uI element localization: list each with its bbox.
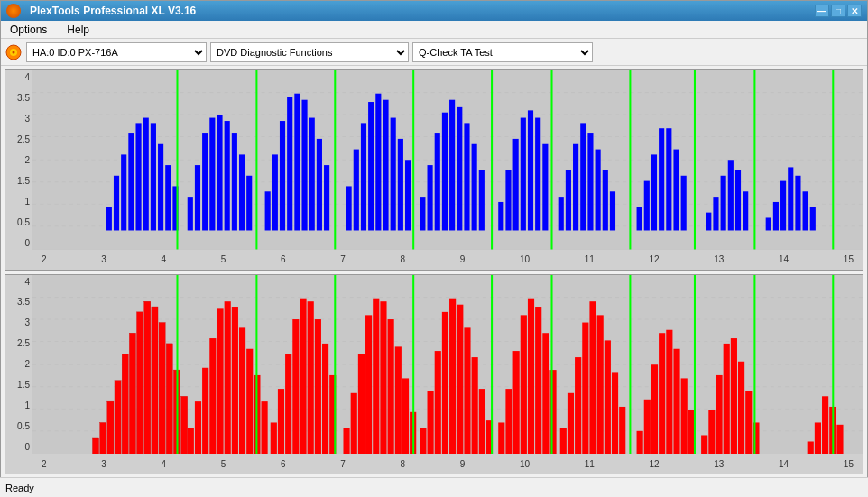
svg-rect-169 [505, 389, 512, 454]
svg-rect-85 [681, 176, 687, 231]
svg-rect-87 [713, 197, 718, 230]
title-bar: PlexTools Professional XL V3.16 — □ ✕ [1, 1, 867, 21]
svg-rect-110 [92, 437, 98, 454]
svg-rect-76 [610, 191, 615, 230]
svg-rect-45 [368, 102, 374, 230]
svg-rect-67 [535, 118, 540, 231]
svg-rect-38 [324, 165, 329, 230]
svg-rect-151 [380, 301, 386, 454]
svg-rect-95 [780, 181, 786, 231]
svg-rect-79 [637, 207, 642, 231]
svg-rect-129 [225, 301, 231, 454]
svg-rect-90 [735, 170, 741, 231]
svg-rect-177 [560, 428, 567, 454]
svg-rect-26 [225, 121, 230, 230]
svg-rect-184 [612, 372, 618, 454]
svg-rect-44 [361, 123, 366, 230]
svg-rect-72 [580, 123, 586, 230]
top-chart-x-axis: 2 3 4 5 6 7 8 9 10 11 12 13 14 15 [32, 250, 863, 270]
toolbar-icon [5, 43, 23, 61]
svg-rect-19 [165, 165, 171, 230]
svg-rect-189 [651, 364, 658, 454]
svg-rect-63 [505, 170, 511, 231]
minimize-button[interactable]: — [815, 5, 829, 17]
svg-rect-168 [498, 422, 504, 454]
svg-rect-130 [232, 307, 238, 454]
svg-rect-84 [673, 150, 679, 231]
svg-rect-66 [528, 110, 533, 230]
svg-rect-174 [542, 333, 549, 454]
svg-rect-120 [166, 343, 172, 454]
svg-rect-171 [521, 315, 527, 454]
svg-rect-143 [322, 343, 328, 454]
svg-rect-35 [301, 100, 307, 231]
svg-rect-28 [239, 154, 245, 230]
svg-rect-99 [810, 207, 816, 231]
close-button[interactable]: ✕ [847, 5, 862, 17]
svg-rect-94 [773, 202, 779, 231]
top-chart-inner [32, 70, 863, 250]
title-controls[interactable]: — □ ✕ [815, 5, 862, 17]
menu-help[interactable]: Help [61, 22, 95, 38]
svg-rect-29 [246, 176, 252, 231]
svg-rect-136 [271, 422, 277, 454]
svg-rect-57 [464, 123, 469, 230]
svg-rect-116 [137, 311, 143, 454]
svg-rect-207 [822, 396, 828, 454]
svg-rect-142 [315, 319, 321, 454]
svg-rect-190 [659, 333, 665, 454]
svg-rect-180 [582, 322, 588, 454]
svg-rect-14 [128, 133, 134, 230]
svg-rect-70 [566, 170, 571, 231]
svg-rect-205 [808, 441, 814, 454]
svg-rect-141 [308, 301, 314, 454]
svg-rect-124 [188, 428, 194, 454]
svg-rect-193 [681, 378, 688, 454]
svg-rect-32 [280, 121, 285, 230]
svg-rect-59 [479, 170, 485, 231]
svg-rect-11 [106, 207, 112, 231]
top-chart: 4 3.5 3 2.5 2 1.5 1 0.5 0 [5, 69, 863, 271]
svg-rect-160 [442, 311, 448, 454]
device-selector[interactable]: HA:0 ID:0 PX-716A [26, 42, 207, 62]
main-content: 4 3.5 3 2.5 2 1.5 1 0.5 0 [1, 66, 867, 478]
svg-rect-153 [395, 346, 402, 454]
svg-rect-117 [144, 301, 151, 454]
svg-rect-83 [666, 128, 671, 230]
svg-rect-69 [559, 197, 564, 230]
svg-rect-192 [673, 348, 679, 454]
svg-rect-131 [239, 327, 245, 454]
function-selector[interactable]: DVD Diagnostic Functions [210, 42, 409, 62]
svg-rect-173 [535, 307, 541, 454]
maximize-button[interactable]: □ [831, 5, 845, 17]
svg-rect-149 [365, 315, 372, 454]
svg-rect-91 [743, 191, 748, 230]
app-title: PlexTools Professional XL V3.16 [30, 5, 196, 17]
svg-rect-93 [766, 217, 771, 230]
svg-rect-154 [402, 378, 409, 454]
menu-options[interactable]: Options [5, 22, 52, 38]
svg-rect-209 [836, 424, 843, 454]
svg-rect-71 [573, 144, 578, 231]
svg-rect-127 [209, 338, 216, 454]
svg-rect-13 [121, 154, 126, 230]
svg-rect-73 [587, 133, 593, 230]
svg-rect-200 [731, 338, 737, 454]
svg-rect-191 [666, 329, 672, 454]
test-selector[interactable]: Q-Check TA Test [412, 42, 593, 62]
svg-rect-152 [388, 319, 394, 454]
svg-rect-36 [309, 118, 315, 231]
svg-rect-187 [637, 430, 643, 454]
svg-rect-148 [358, 354, 365, 454]
svg-rect-170 [513, 351, 520, 454]
menu-bar: Options Help [1, 21, 867, 39]
svg-rect-97 [795, 176, 800, 231]
svg-rect-34 [294, 94, 300, 231]
title-left: PlexTools Professional XL V3.16 [6, 4, 196, 18]
svg-rect-158 [428, 391, 434, 454]
svg-rect-75 [603, 170, 608, 231]
svg-rect-181 [589, 301, 596, 454]
svg-rect-48 [391, 118, 396, 231]
svg-rect-53 [435, 133, 440, 230]
svg-rect-23 [202, 133, 208, 230]
